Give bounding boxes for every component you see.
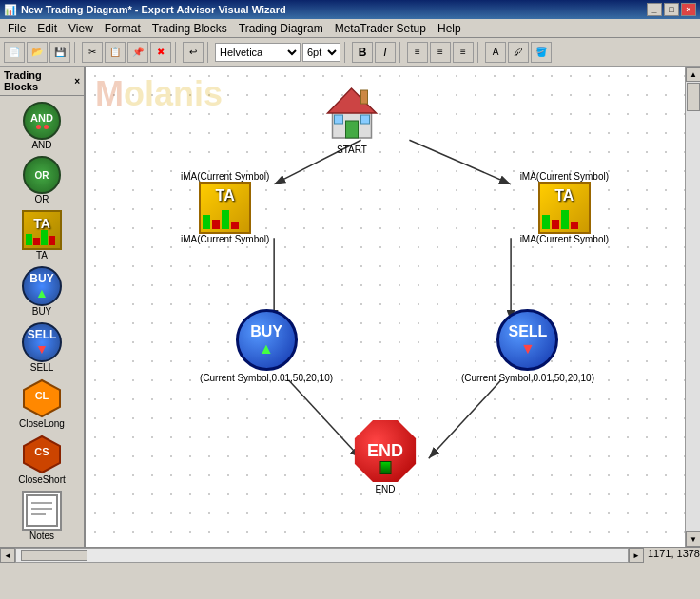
- close-button[interactable]: ×: [681, 3, 696, 16]
- menu-trading-diagram[interactable]: Trading Diagram: [233, 20, 329, 37]
- sidebar-item-closelong[interactable]: CL CloseLong: [9, 377, 75, 431]
- hscroll-thumb[interactable]: [21, 550, 88, 561]
- sidebar-item-ta[interactable]: TA TA: [9, 208, 75, 262]
- closeshort-icon: CS: [22, 435, 62, 474]
- sidebar-title-text: Trading Blocks: [4, 69, 74, 92]
- cut-button[interactable]: ✂: [82, 42, 103, 63]
- sidebar-items: AND AND OR OR TA: [0, 96, 84, 547]
- svg-line-13: [288, 380, 360, 458]
- new-button[interactable]: 📄: [4, 42, 25, 63]
- title-bar-controls[interactable]: _ □ ×: [647, 3, 696, 16]
- font-color-button[interactable]: A: [485, 42, 506, 63]
- end-shape-container: END: [355, 420, 417, 482]
- svg-rect-4: [27, 495, 57, 526]
- node-buy[interactable]: BUY ▲ (Current Symbol,0.01,50,20,10): [200, 309, 333, 383]
- align-left-button[interactable]: ≡: [407, 42, 428, 63]
- svg-line-10: [409, 140, 511, 184]
- scroll-up-arrow[interactable]: ▲: [686, 67, 700, 82]
- sidebar-and-label: AND: [31, 140, 51, 150]
- ta-left-label-top: iMA(Current Symbol): [181, 171, 269, 182]
- hscroll-left-arrow[interactable]: ◄: [0, 548, 15, 563]
- sidebar-item-notes[interactable]: Notes: [9, 489, 75, 543]
- open-button[interactable]: 📂: [27, 42, 48, 63]
- align-center-button[interactable]: ≡: [430, 42, 451, 63]
- logo-m: M: [95, 74, 124, 113]
- toolbar-sep1: [74, 42, 78, 63]
- size-selector[interactable]: 6pt: [302, 43, 340, 62]
- sidebar-item-closeshort[interactable]: CS CloseShort: [9, 433, 75, 487]
- or-icon: OR: [23, 156, 61, 194]
- svg-text:CL: CL: [35, 390, 49, 401]
- status-coords: 1171, 1378: [648, 548, 700, 564]
- main-content-row: Trading Blocks × AND AND OR OR: [0, 67, 700, 547]
- svg-rect-19: [361, 115, 370, 124]
- svg-rect-20: [361, 90, 368, 104]
- undo-button[interactable]: ↩: [183, 42, 204, 63]
- toolbar-sep2: [175, 42, 179, 63]
- ta-left-block: TA: [199, 182, 251, 234]
- toolbar: 📄 📂 💾 ✂ 📋 📌 ✖ ↩ Helvetica 6pt B I ≡ ≡ ≡ …: [0, 38, 700, 67]
- sell-arrow-icon: ▼: [520, 340, 535, 357]
- paste-button[interactable]: 📌: [127, 42, 148, 63]
- app-icon: 📊: [4, 4, 17, 16]
- and-icon: AND: [23, 102, 61, 140]
- node-ta-left[interactable]: iMA(Current Symbol) TA iMA(Current Symbo…: [181, 171, 269, 244]
- menu-view[interactable]: View: [63, 20, 99, 37]
- align-right-button[interactable]: ≡: [453, 42, 474, 63]
- toolbar-sep3: [207, 42, 211, 63]
- svg-marker-16: [328, 88, 377, 113]
- sell-circle: SELL ▼: [496, 309, 558, 371]
- maximize-button[interactable]: □: [664, 3, 679, 16]
- house-svg: [321, 81, 383, 143]
- node-sell[interactable]: SELL ▼ (Current Symbol,0.01,50,20,10): [461, 309, 594, 383]
- buy-circle: BUY ▲: [236, 309, 298, 371]
- font-selector[interactable]: Helvetica: [215, 43, 301, 62]
- menu-metatrader[interactable]: MetaTrader Setup: [329, 20, 432, 37]
- vertical-scrollbar[interactable]: ▲ ▼: [685, 67, 700, 547]
- molanis-logo: Molanis: [95, 74, 223, 114]
- hscroll-right-arrow[interactable]: ►: [629, 548, 644, 563]
- delete-button[interactable]: ✖: [150, 42, 171, 63]
- node-start[interactable]: START: [321, 81, 383, 155]
- menu-edit[interactable]: Edit: [31, 20, 63, 37]
- sidebar: Trading Blocks × AND AND OR OR: [0, 67, 86, 547]
- sidebar-item-or[interactable]: OR OR: [9, 154, 75, 206]
- ta-left-label-bottom: iMA(Current Symbol): [181, 234, 269, 244]
- sidebar-item-sell[interactable]: SELL ▼ SELL: [9, 320, 75, 375]
- end-label: END: [375, 484, 395, 494]
- ta-right-label-top: iMA(Current Symbol): [520, 171, 609, 182]
- italic-button[interactable]: I: [375, 42, 396, 63]
- logo-rest: olanis: [124, 74, 223, 113]
- node-ta-right[interactable]: iMA(Current Symbol) TA iMA(Current Symbo…: [520, 171, 609, 244]
- sidebar-ta-label: TA: [36, 250, 48, 261]
- buy-sublabel: (Current Symbol,0.01,50,20,10): [200, 373, 333, 383]
- sidebar-notes-label: Notes: [29, 531, 54, 541]
- menu-help[interactable]: Help: [432, 20, 467, 37]
- fill-button[interactable]: 🪣: [531, 42, 552, 63]
- sidebar-closeshort-label: CloseShort: [18, 474, 65, 485]
- sidebar-item-buy[interactable]: BUY ▲ BUY: [9, 264, 75, 319]
- highlight-button[interactable]: 🖊: [508, 42, 529, 63]
- sidebar-item-and[interactable]: AND AND: [9, 100, 75, 152]
- canvas-inner: Molanis: [86, 67, 685, 547]
- sell-sidebar-icon: SELL ▼: [22, 322, 62, 362]
- ta-right-label-bottom: iMA(Current Symbol): [520, 234, 609, 244]
- vscroll-thumb[interactable]: [687, 83, 700, 111]
- sell-text: SELL: [509, 323, 548, 340]
- sidebar-closelong-label: CloseLong: [19, 418, 65, 429]
- menu-trading-blocks[interactable]: Trading Blocks: [146, 20, 233, 37]
- node-end[interactable]: END END: [355, 420, 417, 494]
- sidebar-close-icon[interactable]: ×: [74, 76, 80, 87]
- canvas-container[interactable]: Molanis: [86, 67, 685, 547]
- menu-file[interactable]: File: [2, 20, 31, 37]
- sidebar-title: Trading Blocks ×: [0, 67, 84, 96]
- minimize-button[interactable]: _: [647, 3, 662, 16]
- toolbar-sep4: [344, 42, 348, 63]
- ta-right-block: TA: [538, 182, 591, 234]
- bold-button[interactable]: B: [352, 42, 373, 63]
- copy-button[interactable]: 📋: [105, 42, 126, 63]
- menu-format[interactable]: Format: [99, 20, 146, 37]
- save-button[interactable]: 💾: [49, 42, 70, 63]
- bottom-bar: ◄ ► 1171, 1378: [0, 547, 700, 564]
- scroll-down-arrow[interactable]: ▼: [686, 531, 700, 547]
